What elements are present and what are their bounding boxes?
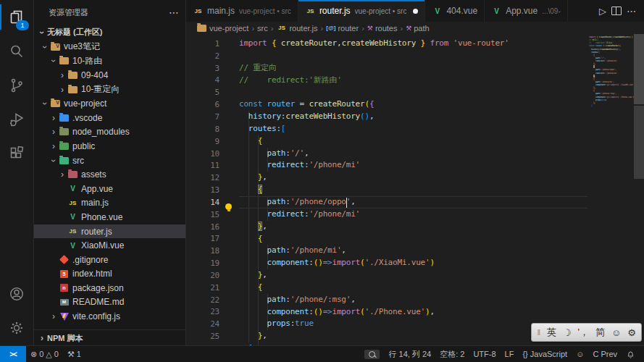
ime-drag-handle[interactable]: ‖ <box>537 328 540 337</box>
explorer-more-icon[interactable]: ⋯ <box>169 7 180 18</box>
tree-item-vue-project[interactable]: ›vue-project <box>34 96 185 111</box>
breadcrumb-src[interactable]: src <box>257 24 268 33</box>
text-cursor <box>346 198 348 208</box>
language-mode-value: JavaScript <box>530 350 567 358</box>
ime-fullwidth-moon[interactable]: ☽ <box>563 327 572 338</box>
feedback[interactable]: ☺ <box>572 350 588 358</box>
source-control-icon[interactable] <box>0 68 33 102</box>
md-icon: M <box>59 298 70 307</box>
code-line: }, <box>239 221 267 233</box>
ime-simplified[interactable]: 简 <box>595 326 605 339</box>
tree-item-.vscode[interactable]: ›.vscode <box>34 111 185 125</box>
split-editor-button[interactable] <box>611 7 622 15</box>
tree-item-router.js[interactable]: ›JSrouter.js <box>34 224 185 239</box>
breadcrumb[interactable]: vue-project›src›JSrouter.js›[@]router›⚒r… <box>186 22 644 34</box>
run-debug-icon[interactable] <box>0 102 33 136</box>
code-line: path:'/phone/:msg', <box>239 294 356 306</box>
cursor-position[interactable]: 行 14, 列 24 <box>384 349 435 360</box>
tree-item-README.md[interactable]: ›MREADME.md <box>34 295 185 310</box>
code-line: const router = createRouter({ <box>239 98 374 111</box>
settings-gear-icon[interactable] <box>0 311 33 345</box>
editor-more-button[interactable]: ⋯ <box>627 7 637 16</box>
tree-item-package.json[interactable]: ›npackage.json <box>34 281 185 295</box>
vue-icon: V <box>432 7 443 16</box>
chevron-right-icon: › <box>49 141 59 151</box>
symbol-property-icon: ⚒ <box>367 25 373 32</box>
code-line: component:()=>import('./XiaoMi.vue') <box>589 83 634 86</box>
breadcrumb-vue-project[interactable]: vue-project <box>196 23 248 33</box>
tree-item-label: vue-project <box>64 98 106 109</box>
tree-item-Phone.vue[interactable]: ›VPhone.vue <box>34 210 185 224</box>
line-number: 3 <box>186 64 219 73</box>
cprev[interactable]: C Prev <box>588 350 622 358</box>
line-number: 20 <box>186 271 219 280</box>
folder-shape <box>197 25 206 32</box>
code-row: 20 }, <box>186 269 644 282</box>
indentation[interactable]: 空格: 2 <box>435 349 469 360</box>
code-row: 8 routes:[ <box>186 123 644 135</box>
tree-item-public[interactable]: ›public <box>34 139 185 153</box>
problems-value: 0 <box>54 350 59 358</box>
code-line: component:()=>import('./Phone.vue'), <box>239 306 435 319</box>
encoding[interactable]: UTF-8 <box>469 350 500 358</box>
tree-item-10-[interactable]: ›10-重定向 <box>34 83 185 97</box>
breadcrumb-label: router.js <box>289 24 317 33</box>
breadcrumb-path[interactable]: ⚒path <box>406 24 430 33</box>
scrollbar-track[interactable] <box>634 106 644 179</box>
scrollbar-thumb[interactable] <box>634 34 644 104</box>
explorer-icon[interactable]: 1 <box>0 0 33 34</box>
ime-emoji[interactable]: ☺ <box>611 327 621 338</box>
npm-scripts-section[interactable]: › NPM 脚本 <box>34 329 185 346</box>
breadcrumb-label: vue-project <box>209 24 248 33</box>
tree-item-label: .gitignore <box>72 255 108 265</box>
ime-punctuation[interactable]: '， <box>578 326 589 339</box>
zoom-indicator[interactable] <box>364 350 380 359</box>
tab-router.js[interactable]: JSrouter.jsvue-project • src <box>298 0 426 22</box>
breadcrumb-routes[interactable]: ⚒routes <box>367 24 398 33</box>
extensions-icon[interactable] <box>0 136 33 170</box>
code-editor[interactable]: 1import { createRouter,createWebHistory … <box>186 34 644 346</box>
ime-toolbar[interactable]: ‖英☽'，简☺⚙ <box>531 323 642 342</box>
ime-lang-english[interactable]: 英 <box>547 326 556 339</box>
notifications-bell[interactable] <box>622 350 640 359</box>
tree-item-.gitignore[interactable]: ›.gitignore <box>34 253 185 267</box>
account-icon[interactable] <box>0 277 33 311</box>
tree-item-src[interactable]: ›src <box>34 153 185 168</box>
tree-item-XiaoMi.vue[interactable]: ›VXiaoMi.vue <box>34 238 185 253</box>
tasks[interactable]: ⚒1 <box>63 350 85 359</box>
tree-item-main.js[interactable]: ›JSmain.js <box>34 196 185 211</box>
breadcrumb-router.js[interactable]: JSrouter.js <box>276 23 317 33</box>
breadcrumb-label: src <box>257 24 268 33</box>
tab-404.vue[interactable]: V404.vue <box>425 0 485 22</box>
language-mode[interactable]: {}JavaScript <box>518 350 572 358</box>
tree-item-label: 10-重定向 <box>81 83 120 96</box>
tree-item-10-[interactable]: ›10-路由 <box>34 54 185 69</box>
eol[interactable]: LF <box>501 350 519 358</box>
tree-item-label: vue3笔记 <box>64 41 100 53</box>
search-icon[interactable] <box>0 34 33 68</box>
code-row: 12 }, <box>186 172 644 184</box>
code-line: { <box>239 184 262 196</box>
breadcrumb-router[interactable]: [@]router <box>326 24 359 33</box>
tree-item-index.html[interactable]: ›5index.html <box>34 267 185 282</box>
vite-icon <box>59 312 70 321</box>
tree-item-node_modules[interactable]: ›node_modules <box>34 125 185 140</box>
minimap[interactable]: import { createRouter,createWebHistory }… <box>589 35 634 346</box>
tasks-glyph-icon: ⚒ <box>67 350 75 359</box>
code-line: { <box>239 282 262 294</box>
tab-main.js[interactable]: JSmain.jsvue-project • src <box>186 0 298 22</box>
run-button[interactable]: ▷ <box>599 7 606 16</box>
workspace-section-header[interactable]: › 无标题 (工作区) <box>34 25 185 40</box>
tree-item-vite.config.js[interactable]: ›vite.config.js <box>34 309 185 324</box>
tree-item-assets[interactable]: ›assets <box>34 167 185 182</box>
ime-settings[interactable]: ⚙ <box>627 327 636 338</box>
tree-item-vue3[interactable]: ›vue3笔记 <box>34 40 185 54</box>
tree-item-09-404[interactable]: ›09-404 <box>34 68 185 83</box>
md-shape: M <box>60 299 69 306</box>
problems[interactable]: ⊗0△0 <box>26 350 63 359</box>
tab-App.vue[interactable]: VApp.vue...\09- <box>485 0 568 22</box>
tree-item-App.vue[interactable]: ›VApp.vue <box>34 182 185 196</box>
code-row: 5 <box>186 86 644 98</box>
remote-indicator[interactable]: >< <box>0 346 26 362</box>
tree-item-label: node_modules <box>72 127 130 137</box>
